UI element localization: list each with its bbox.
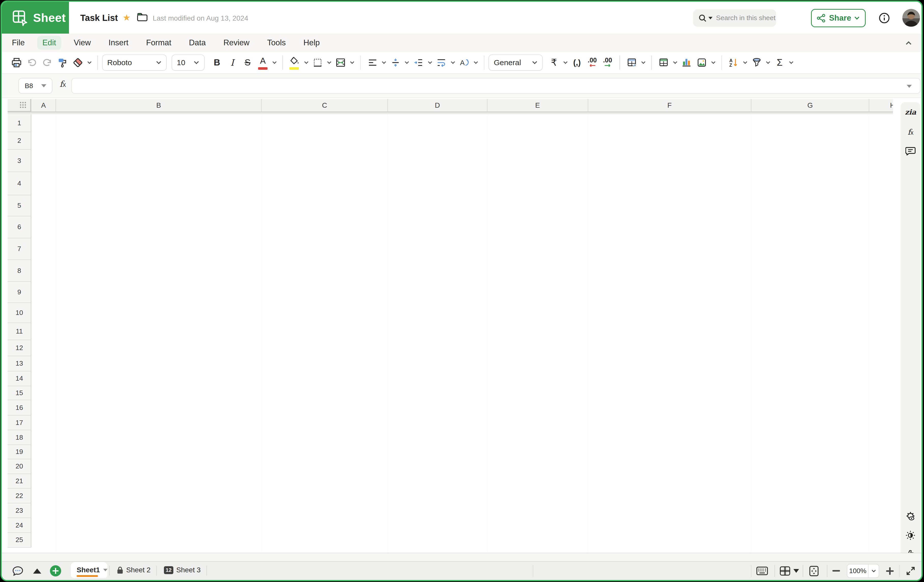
menu-data[interactable]: Data bbox=[183, 36, 211, 50]
search-scope-dropdown-icon[interactable] bbox=[708, 17, 713, 19]
sheet-tab-1[interactable]: Sheet1 bbox=[71, 562, 107, 578]
row-header-15[interactable]: 15 bbox=[8, 386, 31, 400]
font-color-chevron-icon[interactable] bbox=[271, 54, 278, 71]
insert-image-chevron-icon[interactable] bbox=[710, 54, 717, 71]
menu-tools[interactable]: Tools bbox=[262, 36, 291, 50]
row-header-17[interactable]: 17 bbox=[8, 415, 31, 430]
cell-name-box[interactable]: B8 bbox=[18, 78, 53, 94]
italic-button[interactable]: I bbox=[224, 54, 240, 71]
column-header-G[interactable]: G bbox=[751, 99, 869, 112]
formula-bar-expand-icon[interactable] bbox=[907, 85, 912, 88]
bold-button[interactable]: B bbox=[209, 54, 224, 71]
text-rotate-button[interactable]: A bbox=[457, 54, 472, 71]
zoom-in-button[interactable] bbox=[883, 562, 897, 580]
wrap-text-chevron-icon[interactable] bbox=[449, 54, 457, 71]
favorite-star-icon[interactable]: ★ bbox=[123, 12, 130, 23]
column-headers[interactable]: ABCDEFGH bbox=[31, 99, 893, 112]
row-header-24[interactable]: 24 bbox=[8, 518, 31, 533]
row-header-5[interactable]: 5 bbox=[8, 195, 31, 217]
fullscreen-icon[interactable] bbox=[903, 562, 919, 580]
search-box[interactable]: Search in this sheet bbox=[693, 10, 776, 26]
row-header-22[interactable]: 22 bbox=[8, 489, 31, 503]
decrease-decimal-button[interactable]: .00 bbox=[585, 54, 600, 71]
eraser-button[interactable] bbox=[70, 54, 86, 71]
row-header-21[interactable]: 21 bbox=[8, 474, 31, 489]
zoom-out-button[interactable] bbox=[829, 562, 843, 580]
zoom-level-control[interactable]: 100% bbox=[847, 564, 879, 578]
comma-format-button[interactable]: (,) bbox=[569, 54, 585, 71]
spreadsheet-grid[interactable]: ABCDEFGH 1234567891011121314151617181920… bbox=[2, 99, 893, 553]
font-family-select[interactable]: Roboto bbox=[102, 55, 167, 71]
menu-format[interactable]: Format bbox=[141, 36, 177, 50]
fit-to-screen-icon[interactable] bbox=[806, 562, 822, 580]
sheet-tab-menu-icon[interactable] bbox=[103, 569, 107, 571]
number-format-select[interactable]: General bbox=[488, 55, 543, 71]
text-rotate-chevron-icon[interactable] bbox=[472, 54, 480, 71]
horizontal-align-button[interactable] bbox=[365, 54, 380, 71]
row-header-13[interactable]: 13 bbox=[8, 356, 31, 372]
column-header-F[interactable]: F bbox=[588, 99, 751, 112]
add-sheet-button[interactable] bbox=[48, 562, 63, 580]
menu-file[interactable]: File bbox=[7, 36, 30, 50]
menu-review[interactable]: Review bbox=[218, 36, 255, 50]
functions-icon[interactable]: fx bbox=[901, 124, 921, 140]
column-header-D[interactable]: D bbox=[388, 99, 487, 112]
print-button[interactable] bbox=[9, 54, 24, 71]
horizontal-align-chevron-icon[interactable] bbox=[380, 54, 388, 71]
merge-cells-chevron-icon[interactable] bbox=[348, 54, 356, 71]
keyboard-shortcuts-icon[interactable] bbox=[754, 562, 770, 580]
row-header-2[interactable]: 2 bbox=[8, 132, 31, 150]
row-header-4[interactable]: 4 bbox=[8, 172, 31, 195]
column-header-E[interactable]: E bbox=[487, 99, 588, 112]
row-header-1[interactable]: 1 bbox=[8, 114, 31, 132]
merge-cells-button[interactable] bbox=[333, 54, 348, 71]
indent-chevron-icon[interactable] bbox=[426, 54, 434, 71]
row-header-12[interactable]: 12 bbox=[8, 340, 31, 356]
settings-icon[interactable] bbox=[901, 509, 921, 524]
insert-table-button[interactable] bbox=[656, 54, 671, 71]
font-color-button[interactable]: A bbox=[255, 54, 271, 71]
folder-icon[interactable] bbox=[137, 12, 148, 22]
row-header-16[interactable]: 16 bbox=[8, 400, 31, 415]
app-logo[interactable]: Sheet bbox=[2, 2, 69, 34]
theme-icon[interactable] bbox=[901, 527, 921, 543]
menu-view[interactable]: View bbox=[68, 36, 96, 50]
row-header-23[interactable]: 23 bbox=[8, 503, 31, 518]
sheet-list-icon[interactable] bbox=[30, 562, 44, 580]
column-header-H[interactable]: H bbox=[869, 99, 893, 112]
wrap-text-button[interactable] bbox=[434, 54, 449, 71]
zia-assistant-icon[interactable]: zia bbox=[901, 104, 921, 120]
conditional-format-button[interactable] bbox=[624, 54, 639, 71]
vertical-align-chevron-icon[interactable] bbox=[403, 54, 411, 71]
eraser-chevron-icon[interactable] bbox=[86, 54, 93, 71]
currency-chevron-icon[interactable] bbox=[561, 54, 569, 71]
row-header-6[interactable]: 6 bbox=[8, 217, 31, 238]
borders-button[interactable] bbox=[310, 54, 325, 71]
row-header-25[interactable]: 25 bbox=[8, 533, 31, 547]
column-header-B[interactable]: B bbox=[56, 99, 262, 112]
row-header-8[interactable]: 8 bbox=[8, 260, 31, 282]
undo-button[interactable] bbox=[24, 54, 40, 71]
sort-button[interactable]: A Z bbox=[726, 54, 741, 71]
increase-decimal-button[interactable]: .00 bbox=[600, 54, 615, 71]
row-header-19[interactable]: 19 bbox=[8, 445, 31, 459]
zoom-level-dropdown-icon[interactable] bbox=[868, 564, 879, 578]
row-headers[interactable]: 1234567891011121314151617181920212223242… bbox=[8, 114, 31, 553]
indent-button[interactable] bbox=[411, 54, 426, 71]
collapse-toolbar-icon[interactable] bbox=[904, 38, 913, 48]
row-header-10[interactable]: 10 bbox=[8, 303, 31, 323]
formula-input[interactable] bbox=[71, 78, 921, 94]
share-button[interactable]: Share bbox=[811, 9, 866, 27]
strikethrough-button[interactable]: S bbox=[240, 54, 255, 71]
column-header-A[interactable]: A bbox=[31, 99, 56, 112]
sort-chevron-icon[interactable] bbox=[741, 54, 749, 71]
grid-cells[interactable] bbox=[31, 114, 893, 553]
select-all-corner[interactable] bbox=[8, 99, 31, 112]
view-mode-dropdown-icon[interactable] bbox=[791, 562, 801, 580]
row-header-18[interactable]: 18 bbox=[8, 430, 31, 445]
comments-icon[interactable] bbox=[901, 143, 921, 159]
sheet-tab-2[interactable]: Sheet 2 bbox=[110, 562, 156, 578]
filter-button[interactable] bbox=[749, 54, 764, 71]
column-header-C[interactable]: C bbox=[262, 99, 388, 112]
insert-table-chevron-icon[interactable] bbox=[671, 54, 679, 71]
